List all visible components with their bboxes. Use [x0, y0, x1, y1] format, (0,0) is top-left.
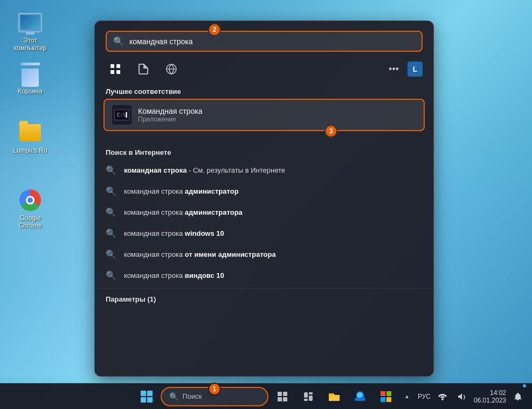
search-result-text-2: командная строка администратора	[124, 208, 243, 216]
language-indicator[interactable]: РУС	[418, 393, 431, 400]
tab-apps[interactable]	[106, 59, 125, 79]
start-button[interactable]	[135, 385, 158, 408]
windows-logo-icon	[141, 391, 153, 403]
desktop-icon-computer[interactable]: Этот компьютер	[9, 9, 52, 54]
search-input-wrapper[interactable]: 🔍 командная строка	[106, 31, 423, 52]
taskbar-center: 🔍 Поиск 1	[135, 385, 398, 408]
search-loop-icon-1: 🔍	[106, 186, 116, 196]
chrome-icon	[18, 188, 42, 212]
network-icon	[438, 392, 447, 401]
svg-rect-14	[386, 391, 391, 396]
search-result-1[interactable]: 🔍 командная строка администратор	[95, 181, 433, 202]
store-icon	[381, 391, 391, 402]
search-result-0[interactable]: 🔍 командная строка - См. результаты в Ин…	[95, 160, 433, 181]
store-button[interactable]	[374, 385, 398, 408]
search-loop-icon-5: 🔍	[106, 270, 116, 281]
badge-2: 2	[208, 23, 221, 36]
search-result-4[interactable]: 🔍 командная строка от имени администрато…	[95, 244, 433, 265]
search-taskbar-button[interactable]: 🔍 Поиск 1	[161, 387, 268, 406]
search-box-container: 🔍 командная строка 2	[106, 31, 423, 52]
internet-search-header: Поиск в Интернете	[95, 144, 433, 160]
svg-rect-9	[304, 392, 308, 398]
volume-button[interactable]	[454, 385, 469, 408]
svg-rect-7	[278, 397, 282, 401]
badge-3: 3	[324, 125, 337, 138]
svg-rect-3	[116, 70, 120, 74]
date-display: 06.01.2023	[474, 397, 506, 404]
best-match-subtitle: Приложение	[138, 115, 202, 123]
search-loop-icon-4: 🔍	[106, 249, 116, 260]
tab-web[interactable]	[162, 59, 181, 79]
svg-rect-12	[304, 399, 308, 401]
svg-point-17	[441, 398, 444, 400]
search-result-3[interactable]: 🔍 командная строка windows 10	[95, 223, 433, 244]
notification-icon	[514, 393, 522, 400]
system-tray-chevron[interactable]: ▲	[400, 387, 413, 406]
search-result-text-4: командная строка от имени администратора	[124, 250, 276, 258]
task-view-icon	[278, 392, 287, 401]
search-result-2[interactable]: 🔍 командная строка администратора	[95, 202, 433, 223]
notification-dot	[522, 384, 527, 388]
desktop: Этот компьютер Корзина Lumpics Ru Google…	[0, 0, 532, 409]
taskbar: 🔍 Поиск 1	[0, 383, 532, 409]
svg-rect-10	[309, 396, 313, 401]
recycle-label: Корзина	[18, 87, 43, 95]
search-result-5[interactable]: 🔍 командная строка виндовс 10	[95, 265, 433, 286]
file-explorer-icon	[329, 392, 340, 401]
svg-rect-15	[381, 397, 385, 402]
best-match-header: Лучшее соответствие	[95, 83, 433, 99]
search-loop-icon-0: 🔍	[106, 165, 116, 175]
search-loop-icon-3: 🔍	[106, 228, 116, 238]
divider	[95, 288, 433, 289]
search-result-text-3: командная строка windows 10	[124, 229, 224, 237]
svg-rect-0	[110, 64, 114, 68]
search-input[interactable]: командная строка	[129, 37, 415, 46]
chrome-label: Google Chrome	[11, 214, 50, 230]
time-display: 14:02	[490, 389, 506, 397]
best-match-item[interactable]: C:\▌ Командная строка Приложение 3	[103, 99, 425, 131]
time-date-display[interactable]: 14:02 06.01.2023	[474, 389, 506, 404]
folder-icon	[18, 121, 42, 145]
desktop-icon-folder[interactable]: Lumpics Ru	[9, 119, 52, 156]
tab-bar: ••• L	[95, 57, 433, 83]
svg-rect-6	[283, 392, 287, 396]
tab-documents[interactable]	[134, 59, 153, 79]
svg-rect-1	[116, 64, 120, 68]
search-loop-icon-2: 🔍	[106, 207, 116, 217]
search-icon: 🔍	[113, 36, 124, 46]
best-match-text: Командная строка Приложение	[138, 107, 202, 123]
user-avatar[interactable]: L	[407, 62, 423, 77]
edge-button[interactable]	[348, 385, 372, 408]
search-panel: 🔍 командная строка 2	[94, 21, 434, 377]
search-taskbar-label: Поиск	[183, 392, 202, 400]
svg-rect-2	[110, 70, 114, 74]
computer-icon	[18, 11, 42, 35]
params-header: Параметры (1)	[95, 291, 433, 306]
notification-button[interactable]	[510, 385, 526, 408]
taskbar-right: ▲ РУС 14:02 06.01.2023	[400, 385, 526, 408]
svg-rect-8	[283, 397, 287, 401]
file-explorer-button[interactable]	[322, 385, 346, 408]
search-taskbar-icon: 🔍	[169, 392, 178, 401]
badge-1: 1	[208, 383, 221, 396]
network-button[interactable]	[435, 385, 450, 408]
svg-rect-5	[278, 392, 282, 396]
svg-rect-13	[381, 391, 385, 396]
computer-label: Этот компьютер	[11, 37, 50, 52]
tab-more[interactable]: •••	[389, 64, 399, 75]
recycle-bin-icon	[18, 62, 42, 85]
best-match-title: Командная строка	[138, 107, 202, 115]
desktop-icon-recycle[interactable]: Корзина	[9, 59, 52, 97]
widgets-button[interactable]	[296, 385, 320, 408]
widgets-icon	[303, 392, 313, 401]
volume-icon	[458, 392, 466, 401]
chevron-icon: ▲	[404, 393, 410, 399]
folder-label: Lumpics Ru	[13, 147, 47, 154]
task-view-button[interactable]	[271, 385, 294, 408]
desktop-icon-chrome[interactable]: Google Chrome	[9, 186, 52, 232]
search-result-text-5: командная строка виндовс 10	[124, 271, 224, 280]
cmd-app-icon: C:\▌	[112, 105, 132, 125]
svg-rect-11	[309, 392, 313, 394]
search-result-text-1: командная строка администратор	[124, 187, 239, 195]
svg-rect-16	[386, 397, 391, 402]
